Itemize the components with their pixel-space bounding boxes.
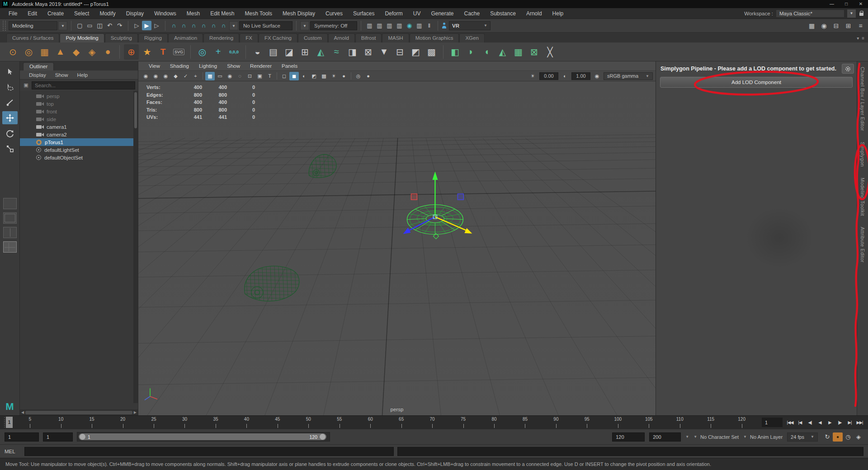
- gamma-icon[interactable]: ◐: [560, 72, 570, 80]
- shelf-tool-button[interactable]: ◎: [21, 44, 36, 60]
- timeline-tick[interactable]: 20: [107, 416, 138, 429]
- camera-tool-icon[interactable]: +: [191, 72, 200, 80]
- menu-item[interactable]: Windows: [149, 10, 181, 17]
- outliner-search-input[interactable]: [32, 81, 135, 89]
- timeline-tick[interactable]: 40: [231, 416, 262, 429]
- exposure-icon[interactable]: ☀: [528, 72, 538, 80]
- playback-control-button[interactable]: |◀◀: [785, 418, 795, 428]
- shelf-tool-button[interactable]: ◭: [495, 44, 510, 60]
- menu-item[interactable]: Curves: [321, 10, 348, 17]
- timeline-tick[interactable]: 30: [169, 416, 200, 429]
- scroll-left-icon[interactable]: ◀: [21, 410, 24, 414]
- shelf-tool-button[interactable]: ▩: [424, 44, 439, 60]
- animation-start-field[interactable]: 1: [5, 432, 39, 442]
- outliner-item[interactable]: camera2: [20, 131, 138, 138]
- shelf-options-icon[interactable]: ≡: [862, 36, 864, 41]
- outliner-horizontal-scrollbar[interactable]: ◀ ▶: [20, 409, 138, 415]
- move-tool-button[interactable]: [2, 111, 18, 124]
- gamma-field[interactable]: 1.00: [571, 72, 590, 80]
- current-frame-field[interactable]: 1: [762, 418, 783, 427]
- timeline-tick[interactable]: 110: [665, 416, 695, 429]
- shelf-tool-button[interactable]: ╳: [542, 44, 557, 60]
- current-frame-marker[interactable]: 1: [6, 417, 13, 428]
- range-end-handle[interactable]: [320, 434, 326, 440]
- range-options-caret-icon[interactable]: ▼: [685, 435, 689, 439]
- paint-select-tool-button[interactable]: [2, 96, 18, 109]
- camera-tool-icon[interactable]: ◉: [141, 72, 151, 80]
- playback-control-button[interactable]: ▶: [825, 418, 835, 428]
- render-icon[interactable]: ‖: [425, 21, 434, 30]
- sidebar-toggle-icon[interactable]: ◉: [819, 21, 829, 30]
- scroll-right-icon[interactable]: ▶: [134, 410, 137, 414]
- simplygon-settings-button[interactable]: [842, 64, 854, 74]
- timeline-tick[interactable]: 75: [448, 416, 478, 429]
- menu-item[interactable]: Display: [121, 10, 149, 17]
- shelf-tool-button[interactable]: ◆: [69, 44, 84, 60]
- side-panel-tab[interactable]: Simplygon: [860, 142, 865, 167]
- timeline-drag-handle[interactable]: [1, 417, 5, 428]
- exposure-field[interactable]: 0.00: [539, 72, 558, 80]
- shelf-tool-button[interactable]: [443, 45, 443, 59]
- range-slider-bar[interactable]: 1 120: [79, 433, 326, 440]
- shelf-tool-button[interactable]: ◪: [282, 44, 297, 60]
- shelf-tool-button[interactable]: ▦: [37, 44, 52, 60]
- outliner-item[interactable]: top: [20, 100, 138, 108]
- shelf-tab[interactable]: Animation: [168, 33, 203, 42]
- snap-icon[interactable]: ∩: [219, 21, 228, 30]
- shelf-tool-button[interactable]: ◈: [85, 44, 99, 60]
- shelf-tool-button[interactable]: ⊕: [124, 44, 139, 60]
- shelf-tab[interactable]: FX Caching: [259, 33, 297, 42]
- playback-control-button[interactable]: |▶: [835, 418, 844, 428]
- scale-tool-button[interactable]: [2, 142, 18, 155]
- outliner-item[interactable]: persp: [20, 92, 138, 100]
- gate-display-icon[interactable]: ◌: [235, 72, 245, 80]
- shelf-tool-button[interactable]: SVG: [171, 44, 186, 60]
- timeline-tick[interactable]: 55: [324, 416, 355, 429]
- selection-mode-icon[interactable]: ▷: [152, 21, 161, 30]
- render-icon[interactable]: ▥: [415, 21, 424, 30]
- menu-item[interactable]: Modify: [94, 10, 120, 17]
- shelf-tab[interactable]: Arnold: [328, 33, 355, 42]
- timeline-tick[interactable]: 80: [479, 416, 509, 429]
- selection-mode-icon[interactable]: ▶: [142, 21, 151, 30]
- shelf-tab[interactable]: Motion Graphics: [410, 33, 459, 42]
- timeline-track[interactable]: 5101520253035404550556065707580859095100…: [13, 416, 759, 429]
- menu-item[interactable]: Surfaces: [348, 10, 379, 17]
- menu-item[interactable]: Help: [547, 10, 569, 17]
- render-icon[interactable]: ▥: [375, 21, 384, 30]
- snap-icon[interactable]: ∩: [209, 21, 218, 30]
- render-icon[interactable]: ▥: [385, 21, 394, 30]
- gate-display-icon[interactable]: ⊡: [245, 72, 255, 80]
- menu-item[interactable]: Mesh Tools: [240, 10, 277, 17]
- outliner-item[interactable]: camera1: [20, 123, 138, 131]
- command-input[interactable]: [24, 447, 394, 456]
- timeline-tick[interactable]: 25: [138, 416, 169, 429]
- workspace-lock-icon[interactable]: [859, 13, 863, 16]
- viewport-menu-item[interactable]: Panels: [277, 63, 302, 69]
- menu-item[interactable]: Cache: [459, 10, 485, 17]
- timeline-tick[interactable]: 100: [603, 416, 633, 429]
- outliner-menu-item[interactable]: Show: [51, 72, 73, 78]
- isolate-xray-icon[interactable]: ●: [363, 72, 373, 80]
- shelf-tool-button[interactable]: ★: [140, 44, 155, 60]
- expand-collapse-icon[interactable]: ▣: [23, 82, 29, 88]
- outliner-menu-item[interactable]: Help: [73, 72, 93, 78]
- shelf-tab[interactable]: Poly Modeling: [60, 33, 104, 42]
- timeline-tick[interactable]: 45: [262, 416, 293, 429]
- lasso-tool-button[interactable]: [2, 80, 18, 94]
- anim-layer-dropdown[interactable]: ▼ No Anim Layer: [743, 434, 783, 440]
- timeline-tick[interactable]: 65: [386, 416, 416, 429]
- shading-mode-icon[interactable]: ◩: [309, 72, 319, 80]
- shelf-tab[interactable]: Rigging: [138, 33, 168, 42]
- viewport-canvas[interactable]: Verts: 400 400 0 Edges: 800 800 0 Faces:…: [138, 81, 656, 415]
- gate-display-icon[interactable]: ▭: [215, 72, 225, 80]
- shelf-tool-button[interactable]: ●: [100, 44, 115, 60]
- snap-icon[interactable]: ∩: [179, 21, 189, 30]
- menu-item[interactable]: UV: [408, 10, 426, 17]
- file-operation-icon[interactable]: ▢: [75, 21, 85, 30]
- shelf-tool-button[interactable]: ◭: [313, 44, 328, 60]
- viewport-menu-item[interactable]: Shading: [165, 63, 194, 69]
- shelf-tool-button[interactable]: ▦: [511, 44, 526, 60]
- layout-outliner-persp-button[interactable]: [3, 241, 17, 253]
- shelf-tool-button[interactable]: ⊙: [5, 44, 20, 60]
